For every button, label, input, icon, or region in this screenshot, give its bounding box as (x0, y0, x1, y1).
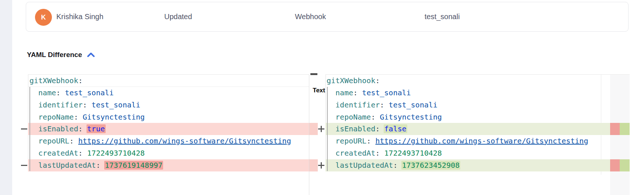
overview-ruler-removed-mark (610, 123, 620, 135)
code-token-key: lastUpdatedAt (29, 161, 96, 170)
repo-url-link[interactable]: https://github.com/wings-software/Gitsyn… (78, 136, 291, 145)
code-token-colon: : (96, 161, 101, 170)
code-token-key: gitXWebhook (327, 76, 375, 85)
yaml-difference-header: YAML Difference (27, 48, 95, 61)
code-token-colon: : (375, 76, 380, 85)
code-token-key: gitXWebhook (29, 76, 78, 85)
left-indent-guide (29, 87, 30, 171)
code-token-key: repoName (327, 113, 371, 121)
code-line[interactable]: createdAt: 1722493710428 (325, 147, 610, 159)
code-token-key: repoURL (327, 136, 366, 145)
overview-ruler-removed-mark (610, 159, 620, 171)
code-token-colon: : (393, 161, 398, 170)
code-line[interactable]: lastUpdatedAt: 1737623452908 (325, 159, 610, 171)
user-name: Krishika Singh (56, 2, 103, 31)
diff-mode-label: Text (309, 87, 325, 94)
code-token-key: identifier (29, 100, 83, 109)
code-token-colon: : (371, 113, 375, 121)
left-ruler-removed-mark (309, 159, 318, 171)
code-token-key: isEnabled (29, 124, 78, 133)
code-token-colon: : (78, 124, 82, 133)
code-token-colon: : (69, 136, 74, 145)
chevron-up-icon[interactable] (87, 52, 95, 57)
code-token-num: 1737623452908 (401, 161, 461, 170)
code-line[interactable]: gitXWebhook: (325, 75, 610, 87)
audit-yaml-diff-page: K Krishika Singh Updated Webhook test_so… (0, 0, 644, 195)
code-token-key: isEnabled (327, 124, 375, 133)
code-line[interactable]: identifier: test_sonali (28, 99, 309, 111)
code-token-bool: false (384, 124, 407, 133)
code-token-key: createdAt (327, 149, 375, 157)
removed-line-minus-icon[interactable] (21, 165, 27, 166)
code-line[interactable]: isEnabled: false (325, 123, 610, 135)
code-token-key: repoURL (29, 136, 69, 145)
code-token-colon: : (375, 124, 380, 133)
overview-ruler-added-mark (620, 123, 630, 135)
left-ruler-removed-mark (309, 123, 318, 135)
audit-event-card[interactable]: K Krishika Singh Updated Webhook test_so… (26, 2, 629, 32)
code-line[interactable]: repoURL: https://github.com/wings-softwa… (28, 135, 309, 147)
code-line[interactable]: repoURL: https://github.com/wings-softwa… (325, 135, 610, 147)
code-token-bool: true (87, 124, 106, 133)
code-token-key: lastUpdatedAt (327, 161, 393, 170)
code-line[interactable]: identifier: test_sonali (325, 99, 610, 111)
code-line[interactable]: createdAt: 1722493710428 (28, 147, 309, 159)
code-token-key: name (29, 88, 56, 97)
code-token-colon: : (353, 88, 358, 97)
code-line[interactable]: name: test_sonali (28, 87, 309, 99)
code-token-plain (83, 149, 87, 157)
added-line-plus-icon[interactable] (321, 162, 322, 169)
code-token-colon: : (56, 88, 60, 97)
code-line[interactable]: repoName: Gitsynctesting (325, 111, 610, 123)
code-token-key: name (327, 88, 353, 97)
code-line[interactable]: lastUpdatedAt: 1737619148997 (28, 159, 309, 171)
left-rail (0, 0, 12, 195)
code-token-colon: : (74, 113, 78, 121)
code-token-str: test_sonali (87, 100, 141, 109)
added-line-plus-icon[interactable] (321, 126, 322, 132)
code-token-str: Gitsynctesting (375, 113, 442, 121)
code-line[interactable]: name: test_sonali (325, 87, 610, 99)
code-token-str: test_sonali (358, 88, 411, 97)
diff-sash-handle-icon (310, 73, 317, 75)
code-token-key: createdAt (29, 149, 78, 157)
overview-ruler-added-mark (620, 159, 630, 171)
code-token-colon: : (375, 149, 380, 157)
code-token-str: test_sonali (384, 100, 438, 109)
code-token-num: 1722493710428 (384, 149, 442, 157)
code-token-plain (380, 149, 384, 157)
code-token-plain (74, 136, 78, 145)
right-indent-guide (327, 87, 328, 171)
event-action: Updated (164, 2, 192, 31)
code-token-colon: : (366, 136, 371, 145)
code-token-colon: : (78, 76, 82, 85)
avatar: K (35, 9, 52, 26)
resource-type: Webhook (295, 2, 326, 31)
code-token-key: identifier (327, 100, 380, 109)
code-token-plain (371, 136, 375, 145)
code-token-colon: : (83, 100, 87, 109)
code-token-str: test_sonali (60, 88, 114, 97)
code-token-str: Gitsynctesting (78, 113, 145, 121)
removed-line-minus-icon[interactable] (21, 128, 27, 130)
code-token-colon: : (380, 100, 384, 109)
code-token-num: 1722493710428 (87, 149, 145, 157)
yaml-difference-title: YAML Difference (27, 51, 82, 59)
code-line[interactable]: isEnabled: true (28, 123, 309, 135)
code-line[interactable]: repoName: Gitsynctesting (28, 111, 309, 123)
code-line[interactable]: gitXWebhook: (28, 75, 309, 87)
code-token-key: repoName (29, 113, 74, 121)
code-token-colon: : (78, 149, 82, 157)
repo-url-link[interactable]: https://github.com/wings-software/Gitsyn… (375, 136, 588, 145)
code-token-num: 1737619148997 (104, 161, 163, 170)
resource-name: test_sonali (425, 2, 460, 31)
